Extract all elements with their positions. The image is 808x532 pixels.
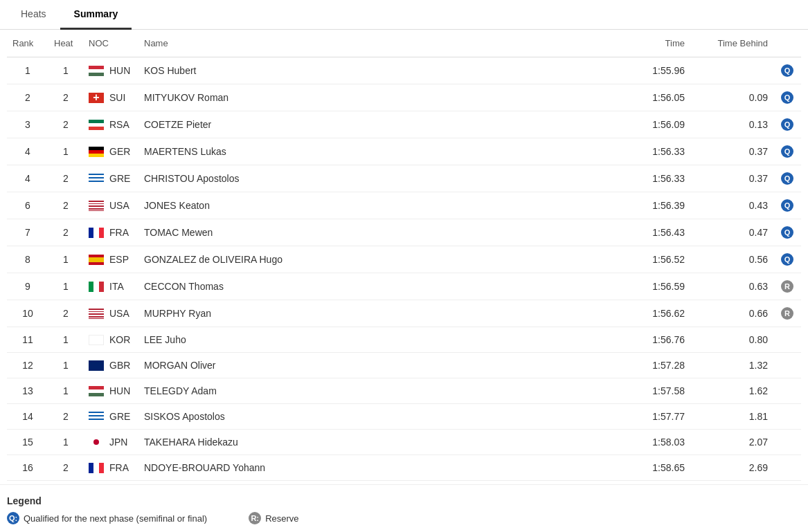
time-behind-cell: 0.80 bbox=[690, 327, 773, 353]
noc-code: GER bbox=[109, 146, 130, 157]
qualifier-cell bbox=[773, 327, 801, 353]
heat-cell: 2 bbox=[48, 219, 83, 246]
table-row: 16 2 FRA NDOYE-BROUARD Yohann 1:58.65 2.… bbox=[7, 455, 801, 481]
time-behind-cell: 0.56 bbox=[690, 246, 773, 273]
noc-code: GRE bbox=[109, 173, 130, 184]
time-cell: 1:57.58 bbox=[607, 378, 690, 404]
flag-jpn bbox=[89, 437, 104, 448]
time-behind-cell: 1.81 bbox=[690, 404, 773, 430]
qualifier-cell bbox=[773, 430, 801, 455]
heat-cell: 1 bbox=[48, 430, 83, 455]
noc-cell: ITA bbox=[83, 273, 138, 300]
noc-code: JPN bbox=[109, 437, 127, 448]
rank-cell: 11 bbox=[7, 327, 48, 353]
heat-cell: 2 bbox=[48, 455, 83, 481]
noc-code: USA bbox=[109, 308, 129, 319]
noc-code: HUN bbox=[109, 65, 130, 76]
name-cell: SISKOS Apostolos bbox=[138, 404, 607, 430]
time-behind-cell: 1.62 bbox=[690, 378, 773, 404]
qualifier-cell: R bbox=[773, 300, 801, 327]
rank-cell: 3 bbox=[7, 111, 48, 138]
table-row: 6 2 USA JONES Keaton 1:56.39 0.43 Q bbox=[7, 192, 801, 219]
time-behind-cell: 0.66 bbox=[690, 300, 773, 327]
time-behind-cell: 1.32 bbox=[690, 353, 773, 378]
flag-gre bbox=[89, 174, 104, 184]
time-cell: 1:56.09 bbox=[607, 111, 690, 138]
table-row: 3 2 RSA COETZE Pieter 1:56.09 0.13 Q bbox=[7, 111, 801, 138]
rank-cell: 6 bbox=[7, 192, 48, 219]
table-row: 1 1 HUN KOS Hubert 1:55.96 Q bbox=[7, 57, 801, 84]
heat-cell: 1 bbox=[48, 57, 83, 84]
rank-cell: 8 bbox=[7, 246, 48, 273]
time-cell: 1:56.33 bbox=[607, 165, 690, 192]
rank-cell: 16 bbox=[7, 455, 48, 481]
name-cell: TELEGDY Adam bbox=[138, 378, 607, 404]
noc-code: ITA bbox=[109, 281, 124, 292]
tab-bar: HeatsSummary bbox=[0, 0, 808, 30]
heat-cell: 2 bbox=[48, 404, 83, 430]
flag-kor bbox=[89, 335, 104, 345]
name-cell: TOMAC Mewen bbox=[138, 219, 607, 246]
flag-ita bbox=[89, 282, 104, 292]
noc-code: SUI bbox=[109, 92, 125, 103]
legend-title: Legend bbox=[7, 495, 801, 506]
tab-heats[interactable]: Heats bbox=[7, 0, 60, 30]
table-row: 15 1 JPN TAKEHARA Hidekazu 1:58.03 2.07 bbox=[7, 430, 801, 455]
name-cell: MORGAN Oliver bbox=[138, 353, 607, 378]
noc-cell: GRE bbox=[83, 404, 138, 430]
name-cell: CECCON Thomas bbox=[138, 273, 607, 300]
time-cell: 1:56.05 bbox=[607, 84, 690, 111]
name-cell: TAKEHARA Hidekazu bbox=[138, 430, 607, 455]
legend-item: R: Reserve bbox=[249, 512, 298, 524]
table-row: 13 1 HUN TELEGDY Adam 1:57.58 1.62 bbox=[7, 378, 801, 404]
legend-items: Q: Qualified for the next phase (semifin… bbox=[7, 512, 801, 524]
qualifier-cell: R bbox=[773, 273, 801, 300]
flag-sui bbox=[89, 93, 104, 103]
flag-esp bbox=[89, 255, 104, 265]
noc-cell: JPN bbox=[83, 430, 138, 455]
name-cell: MITYUKOV Roman bbox=[138, 84, 607, 111]
noc-cell: HUN bbox=[83, 57, 138, 84]
tab-summary[interactable]: Summary bbox=[60, 0, 132, 30]
qualifier-cell: Q bbox=[773, 192, 801, 219]
flag-usa bbox=[89, 201, 104, 211]
legend-badge: R: bbox=[249, 512, 261, 524]
time-cell: 1:57.28 bbox=[607, 353, 690, 378]
noc-cell: HUN bbox=[83, 378, 138, 404]
legend-text: Reserve bbox=[265, 513, 298, 524]
name-cell: MAERTENS Lukas bbox=[138, 138, 607, 165]
time-cell: 1:56.33 bbox=[607, 138, 690, 165]
table-row: 9 1 ITA CECCON Thomas 1:56.59 0.63 R bbox=[7, 273, 801, 300]
qualifier-cell bbox=[773, 404, 801, 430]
heat-cell: 1 bbox=[48, 246, 83, 273]
noc-cell: USA bbox=[83, 300, 138, 327]
flag-rsa bbox=[89, 120, 104, 130]
heat-cell: 1 bbox=[48, 378, 83, 404]
qualifier-badge: Q bbox=[781, 145, 793, 158]
noc-code: ESP bbox=[109, 254, 129, 265]
qualifier-cell: Q bbox=[773, 111, 801, 138]
time-cell: 1:57.77 bbox=[607, 404, 690, 430]
noc-cell: FRA bbox=[83, 219, 138, 246]
noc-cell: GBR bbox=[83, 353, 138, 378]
table-row: 8 1 ESP GONZALEZ de OLIVEIRA Hugo 1:56.5… bbox=[7, 246, 801, 273]
flag-gre bbox=[89, 412, 104, 422]
qualifier-badge: Q bbox=[781, 172, 793, 185]
noc-code: RSA bbox=[109, 119, 129, 130]
time-cell: 1:56.62 bbox=[607, 300, 690, 327]
flag-hun bbox=[89, 66, 104, 76]
time-cell: 1:58.03 bbox=[607, 430, 690, 455]
time-behind-cell: 0.09 bbox=[690, 84, 773, 111]
name-cell: MURPHY Ryan bbox=[138, 300, 607, 327]
qualifier-cell: Q bbox=[773, 246, 801, 273]
time-cell: 1:56.39 bbox=[607, 192, 690, 219]
qualifier-cell bbox=[773, 378, 801, 404]
time-behind-cell bbox=[690, 57, 773, 84]
flag-ger bbox=[89, 147, 104, 157]
time-cell: 1:56.59 bbox=[607, 273, 690, 300]
flag-fra bbox=[89, 228, 104, 238]
rank-cell: 10 bbox=[7, 300, 48, 327]
legend-text: Qualified for the next phase (semifinal … bbox=[24, 513, 207, 524]
rank-cell: 15 bbox=[7, 430, 48, 455]
noc-code: FRA bbox=[109, 227, 129, 238]
